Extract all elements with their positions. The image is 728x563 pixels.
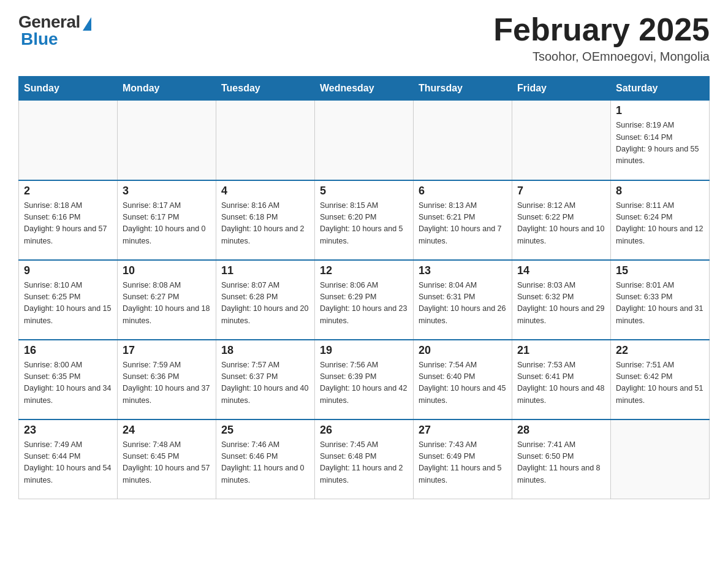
day-info: Sunrise: 8:00 AMSunset: 6:35 PMDaylight:…	[24, 359, 112, 407]
day-info: Sunrise: 8:16 AMSunset: 6:18 PMDaylight:…	[221, 200, 309, 248]
day-info: Sunrise: 8:08 AMSunset: 6:27 PMDaylight:…	[123, 280, 211, 327]
day-info: Sunrise: 8:12 AMSunset: 6:22 PMDaylight:…	[517, 200, 605, 248]
day-info: Sunrise: 8:19 AMSunset: 6:14 PMDaylight:…	[616, 120, 704, 167]
day-number: 25	[221, 424, 309, 437]
day-number: 18	[221, 344, 309, 357]
day-info: Sunrise: 8:11 AMSunset: 6:24 PMDaylight:…	[616, 200, 704, 248]
day-number: 13	[419, 264, 507, 277]
day-info: Sunrise: 7:43 AMSunset: 6:49 PMDaylight:…	[419, 439, 507, 487]
calendar-day-cell: 18Sunrise: 7:57 AMSunset: 6:37 PMDayligh…	[216, 340, 315, 419]
calendar-day-cell: 10Sunrise: 8:08 AMSunset: 6:27 PMDayligh…	[118, 260, 216, 340]
day-number: 28	[517, 424, 605, 437]
column-header-monday: Monday	[118, 77, 216, 101]
day-number: 14	[517, 264, 605, 277]
day-info: Sunrise: 8:15 AMSunset: 6:20 PMDaylight:…	[320, 200, 408, 248]
day-info: Sunrise: 8:06 AMSunset: 6:29 PMDaylight:…	[320, 280, 408, 327]
calendar-day-cell: 20Sunrise: 7:54 AMSunset: 6:40 PMDayligh…	[414, 340, 512, 419]
day-info: Sunrise: 7:48 AMSunset: 6:45 PMDaylight:…	[123, 439, 211, 487]
calendar-day-cell	[611, 419, 710, 499]
location-text: Tsoohor, OEmnoegovi, Mongolia	[493, 50, 710, 64]
day-info: Sunrise: 7:49 AMSunset: 6:44 PMDaylight:…	[24, 439, 112, 487]
day-info: Sunrise: 8:04 AMSunset: 6:31 PMDaylight:…	[419, 280, 507, 327]
day-number: 1	[616, 104, 704, 117]
calendar-day-cell	[216, 101, 315, 180]
day-number: 9	[24, 264, 112, 277]
day-info: Sunrise: 7:53 AMSunset: 6:41 PMDaylight:…	[517, 359, 605, 407]
calendar-week-row: 9Sunrise: 8:10 AMSunset: 6:25 PMDaylight…	[19, 260, 710, 340]
day-info: Sunrise: 7:41 AMSunset: 6:50 PMDaylight:…	[517, 439, 605, 487]
calendar-day-cell: 16Sunrise: 8:00 AMSunset: 6:35 PMDayligh…	[19, 340, 118, 419]
day-number: 27	[419, 424, 507, 437]
day-number: 6	[419, 185, 507, 197]
calendar-header-row: SundayMondayTuesdayWednesdayThursdayFrid…	[19, 77, 710, 101]
day-number: 8	[616, 185, 704, 197]
calendar-day-cell: 21Sunrise: 7:53 AMSunset: 6:41 PMDayligh…	[512, 340, 611, 419]
column-header-saturday: Saturday	[611, 77, 710, 101]
calendar-day-cell: 1Sunrise: 8:19 AMSunset: 6:14 PMDaylight…	[611, 101, 710, 180]
column-header-thursday: Thursday	[414, 77, 512, 101]
day-info: Sunrise: 7:54 AMSunset: 6:40 PMDaylight:…	[419, 359, 507, 407]
calendar-week-row: 2Sunrise: 8:18 AMSunset: 6:16 PMDaylight…	[19, 180, 710, 260]
day-number: 3	[123, 185, 211, 197]
day-info: Sunrise: 8:07 AMSunset: 6:28 PMDaylight:…	[221, 280, 309, 327]
day-number: 4	[221, 185, 309, 197]
day-number: 20	[419, 344, 507, 357]
calendar-day-cell: 23Sunrise: 7:49 AMSunset: 6:44 PMDayligh…	[19, 419, 118, 499]
day-number: 22	[616, 344, 704, 357]
page-header: General Blue February 2025 Tsoohor, OEmn…	[18, 12, 710, 64]
calendar-week-row: 1Sunrise: 8:19 AMSunset: 6:14 PMDaylight…	[19, 101, 710, 180]
calendar-day-cell: 3Sunrise: 8:17 AMSunset: 6:17 PMDaylight…	[118, 180, 216, 260]
calendar-day-cell: 22Sunrise: 7:51 AMSunset: 6:42 PMDayligh…	[611, 340, 710, 419]
calendar-day-cell: 28Sunrise: 7:41 AMSunset: 6:50 PMDayligh…	[512, 419, 611, 499]
day-info: Sunrise: 7:59 AMSunset: 6:36 PMDaylight:…	[123, 359, 211, 407]
day-number: 12	[320, 264, 408, 277]
calendar-day-cell: 9Sunrise: 8:10 AMSunset: 6:25 PMDaylight…	[19, 260, 118, 340]
day-number: 23	[24, 424, 112, 437]
calendar-day-cell: 27Sunrise: 7:43 AMSunset: 6:49 PMDayligh…	[414, 419, 512, 499]
calendar-day-cell: 19Sunrise: 7:56 AMSunset: 6:39 PMDayligh…	[315, 340, 414, 419]
day-info: Sunrise: 8:10 AMSunset: 6:25 PMDaylight:…	[24, 280, 112, 327]
calendar-day-cell: 11Sunrise: 8:07 AMSunset: 6:28 PMDayligh…	[216, 260, 315, 340]
day-number: 16	[24, 344, 112, 357]
calendar-day-cell: 4Sunrise: 8:16 AMSunset: 6:18 PMDaylight…	[216, 180, 315, 260]
calendar-table: SundayMondayTuesdayWednesdayThursdayFrid…	[18, 76, 710, 499]
day-number: 17	[123, 344, 211, 357]
calendar-day-cell: 17Sunrise: 7:59 AMSunset: 6:36 PMDayligh…	[118, 340, 216, 419]
day-number: 21	[517, 344, 605, 357]
day-info: Sunrise: 7:51 AMSunset: 6:42 PMDaylight:…	[616, 359, 704, 407]
calendar-day-cell: 6Sunrise: 8:13 AMSunset: 6:21 PMDaylight…	[414, 180, 512, 260]
calendar-day-cell	[315, 101, 414, 180]
calendar-day-cell	[512, 101, 611, 180]
calendar-day-cell	[19, 101, 118, 180]
logo: General Blue	[18, 12, 91, 49]
day-info: Sunrise: 8:17 AMSunset: 6:17 PMDaylight:…	[123, 200, 211, 248]
calendar-day-cell: 2Sunrise: 8:18 AMSunset: 6:16 PMDaylight…	[19, 180, 118, 260]
calendar-week-row: 16Sunrise: 8:00 AMSunset: 6:35 PMDayligh…	[19, 340, 710, 419]
calendar-day-cell: 5Sunrise: 8:15 AMSunset: 6:20 PMDaylight…	[315, 180, 414, 260]
day-number: 11	[221, 264, 309, 277]
column-header-tuesday: Tuesday	[216, 77, 315, 101]
day-number: 26	[320, 424, 408, 437]
day-info: Sunrise: 8:03 AMSunset: 6:32 PMDaylight:…	[517, 280, 605, 327]
title-area: February 2025 Tsoohor, OEmnoegovi, Mongo…	[493, 12, 710, 64]
calendar-day-cell: 7Sunrise: 8:12 AMSunset: 6:22 PMDaylight…	[512, 180, 611, 260]
column-header-friday: Friday	[512, 77, 611, 101]
calendar-day-cell: 14Sunrise: 8:03 AMSunset: 6:32 PMDayligh…	[512, 260, 611, 340]
calendar-day-cell: 24Sunrise: 7:48 AMSunset: 6:45 PMDayligh…	[118, 419, 216, 499]
column-header-wednesday: Wednesday	[315, 77, 414, 101]
calendar-day-cell	[118, 101, 216, 180]
day-number: 10	[123, 264, 211, 277]
calendar-day-cell: 12Sunrise: 8:06 AMSunset: 6:29 PMDayligh…	[315, 260, 414, 340]
day-info: Sunrise: 8:18 AMSunset: 6:16 PMDaylight:…	[24, 200, 112, 248]
day-number: 7	[517, 185, 605, 197]
day-info: Sunrise: 7:57 AMSunset: 6:37 PMDaylight:…	[221, 359, 309, 407]
calendar-week-row: 23Sunrise: 7:49 AMSunset: 6:44 PMDayligh…	[19, 419, 710, 499]
column-header-sunday: Sunday	[19, 77, 118, 101]
calendar-day-cell: 26Sunrise: 7:45 AMSunset: 6:48 PMDayligh…	[315, 419, 414, 499]
calendar-day-cell	[414, 101, 512, 180]
day-info: Sunrise: 8:01 AMSunset: 6:33 PMDaylight:…	[616, 280, 704, 327]
day-number: 15	[616, 264, 704, 277]
day-number: 2	[24, 185, 112, 197]
calendar-day-cell: 8Sunrise: 8:11 AMSunset: 6:24 PMDaylight…	[611, 180, 710, 260]
day-number: 19	[320, 344, 408, 357]
